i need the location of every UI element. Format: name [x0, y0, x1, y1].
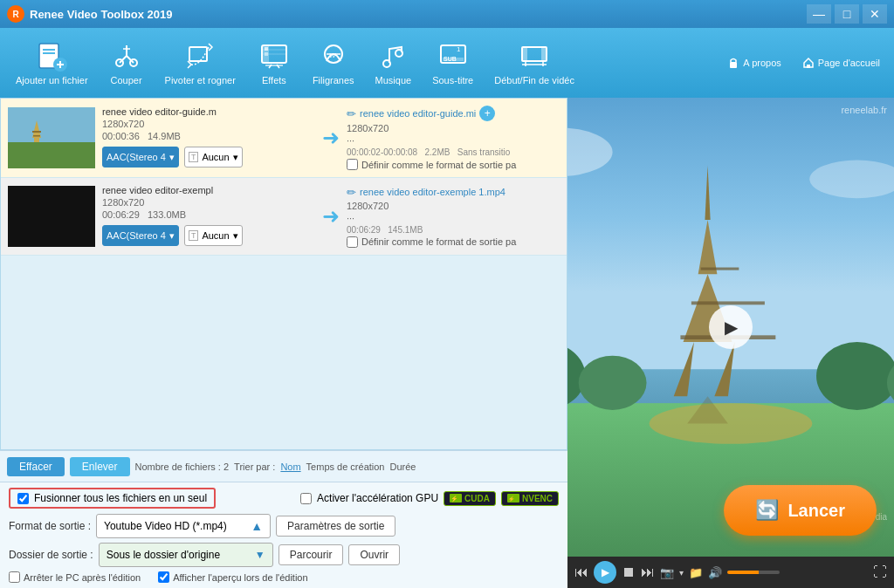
main-toolbar: Ajouter un fichier Couper Pivoter et rog [0, 28, 894, 98]
prev-volume-button[interactable]: 🔊 [708, 566, 722, 579]
prev-start-button[interactable]: ⏮ [574, 564, 588, 580]
file-output-1: ✏ renee video editor-guide.mi + 1280x720… [347, 106, 560, 170]
file-name-1: renee video editor-guide.m [102, 106, 315, 117]
lock-icon [727, 57, 739, 69]
subtitle-icon: SUB 1 [437, 40, 469, 72]
creation-time: Temps de création [306, 462, 385, 472]
options-area: Fusionner tous les fichiers en un seul A… [0, 482, 567, 588]
bottom-checks: Arrêter le PC après l'édition Afficher l… [9, 571, 559, 583]
ouvrir-button[interactable]: Ouvrir [348, 544, 400, 565]
effects-icon [258, 40, 290, 72]
sort-name-btn[interactable]: Nom [280, 462, 300, 472]
prev-end-button[interactable]: ⏭ [641, 564, 655, 580]
subtitle-dropdown-1[interactable]: T Aucun ▾ [184, 147, 243, 168]
svg-rect-12 [189, 47, 207, 61]
preview-play-button[interactable]: ▶ [709, 305, 753, 349]
file-info-1: renee video editor-guide.m 1280x720 00:0… [102, 106, 315, 169]
enlever-button[interactable]: Enlever [70, 457, 130, 476]
watermark-label: Filigranes [313, 75, 354, 85]
edit-icon-2: ✏ [347, 186, 356, 199]
folder-value: Sous le dossier d'origine [107, 549, 220, 561]
file-res-1: 1280x720 [102, 119, 315, 129]
bottom-toolbar: Effacer Enlever Nombre de fichiers : 2 T… [0, 450, 567, 482]
svg-rect-32 [522, 47, 527, 61]
stop-checkbox[interactable] [9, 571, 20, 583]
stop-label: Arrêter le PC après l'édition [24, 572, 141, 583]
home-button[interactable]: Page d'accueil [795, 53, 887, 72]
svg-rect-1 [43, 49, 55, 51]
apropos-button[interactable]: A propos [720, 53, 787, 72]
prev-stop-button[interactable]: ⏹ [622, 564, 636, 580]
cuda-badge: ⚡ CUDA [444, 491, 496, 506]
right-panel: ▶ reneelab.fr Expedia ⏮ ▶ ⏹ ⏭ 📷 ▾ 📁 🔊 ⛶ … [567, 98, 894, 588]
file-controls-1: AAC(Stereo 4 ▾ T Aucun ▾ [102, 143, 315, 169]
folder-arrow-icon: ▼ [255, 549, 265, 561]
toolbar-music[interactable]: Musique [367, 35, 421, 91]
svg-rect-37 [730, 62, 737, 68]
close-button[interactable]: ✕ [863, 4, 887, 24]
file-list: renee video editor-guide.m 1280x720 00:0… [0, 98, 567, 450]
toolbar-cut[interactable]: Couper [100, 35, 153, 91]
preview-controls: ⏮ ▶ ⏹ ⏭ 📷 ▾ 📁 🔊 ⛶ [567, 557, 894, 588]
define-format-row-1: Définir comme le format de sortie pa [347, 159, 560, 170]
left-panel: renee video editor-guide.m 1280x720 00:0… [0, 98, 567, 588]
audio-dropdown-2[interactable]: AAC(Stereo 4 ▾ [102, 225, 179, 246]
toolbar-right-actions: A propos Page d'accueil [720, 53, 887, 72]
add-file-icon [36, 40, 67, 72]
toolbar-watermark[interactable]: W Filigranes [304, 35, 363, 91]
subtitle-dropdown-2[interactable]: T Aucun ▾ [184, 225, 243, 246]
toolbar-subtitle[interactable]: SUB 1 Sous-titre [423, 35, 482, 91]
music-label: Musique [375, 75, 412, 85]
file-item-2: renee video editor-exempl 1280x720 00:06… [1, 178, 567, 256]
add-output-1[interactable]: + [479, 106, 495, 121]
toolbar-add-file[interactable]: Ajouter un fichier [7, 35, 97, 91]
minimize-button[interactable]: — [807, 4, 831, 24]
prev-folder-button[interactable]: 📁 [689, 566, 703, 579]
toolbar-effects[interactable]: Effets [248, 35, 300, 91]
define-format-check-1[interactable] [347, 159, 358, 170]
prev-dropdown-btn[interactable]: ▾ [679, 568, 684, 578]
svg-text:1: 1 [457, 45, 461, 53]
gpu-checkbox[interactable] [300, 493, 312, 504]
svg-rect-33 [541, 47, 547, 61]
merge-checkbox[interactable] [17, 493, 29, 504]
volume-slider[interactable] [727, 571, 780, 574]
app-title: Renee Video Toolbox 2019 [30, 8, 807, 21]
params-button[interactable]: Paramètres de sortie [276, 516, 395, 537]
main-content: renee video editor-guide.m 1280x720 00:0… [0, 98, 894, 588]
file-output-2: ✏ renee video editor-exemple 1.mp4 1280x… [347, 186, 560, 248]
home-label: Page d'accueil [818, 58, 880, 68]
arrow-icon-2: ➜ [322, 204, 340, 229]
parcourir-button[interactable]: Parcourir [279, 544, 344, 565]
home-icon [802, 57, 815, 69]
output-res-2: 1280x720 [347, 201, 560, 211]
define-format-check-2[interactable] [347, 236, 358, 248]
toolbar-rotate-crop[interactable]: Pivoter et rogner [156, 35, 244, 91]
toolbar-start-end[interactable]: Début/Fin de vidéc [485, 35, 583, 91]
prev-play-button[interactable]: ▶ [594, 561, 616, 584]
arrow-icon-1: ➜ [322, 126, 340, 150]
svg-text:SUB: SUB [444, 56, 457, 62]
audio-dropdown-1[interactable]: AAC(Stereo 4 ▾ [102, 147, 179, 168]
format-dropdown[interactable]: Youtube Video HD (*.mp4) ▲ [96, 514, 271, 538]
gpu-row: Activer l'accélération GPU ⚡ CUDA ⚡ [300, 491, 559, 506]
output-dots-1: ··· [347, 135, 560, 146]
prev-fullscreen-button[interactable]: ⛶ [873, 564, 887, 580]
folder-dropdown[interactable]: Sous le dossier d'origine ▼ [99, 543, 273, 567]
output-info-1: 00:00:02-00:00:08 2.2MB Sans transitio [347, 147, 560, 157]
edit-icon-1: ✏ [347, 107, 356, 120]
maximize-button[interactable]: □ [835, 4, 859, 24]
output-info-2: 00:06:29 145.1MB [347, 225, 560, 235]
lancer-button[interactable]: 🔄 Lancer [724, 485, 877, 536]
prev-screenshot-button[interactable]: 📷 [660, 566, 674, 579]
preview-checkbox[interactable] [158, 571, 169, 583]
file-dur-2: 00:06:29 133.0MB [102, 209, 315, 220]
effacer-button[interactable]: Effacer [7, 457, 65, 476]
folder-label: Dossier de sortie : [9, 549, 93, 561]
nvenc-label: NVENC [522, 494, 553, 503]
launch-container: 🔄 Lancer [724, 485, 877, 536]
format-row: Format de sortie : Youtube Video HD (*.m… [9, 514, 559, 538]
svg-point-25 [383, 60, 390, 67]
file-res-2: 1280x720 [102, 197, 315, 208]
dark-preview [8, 186, 95, 247]
